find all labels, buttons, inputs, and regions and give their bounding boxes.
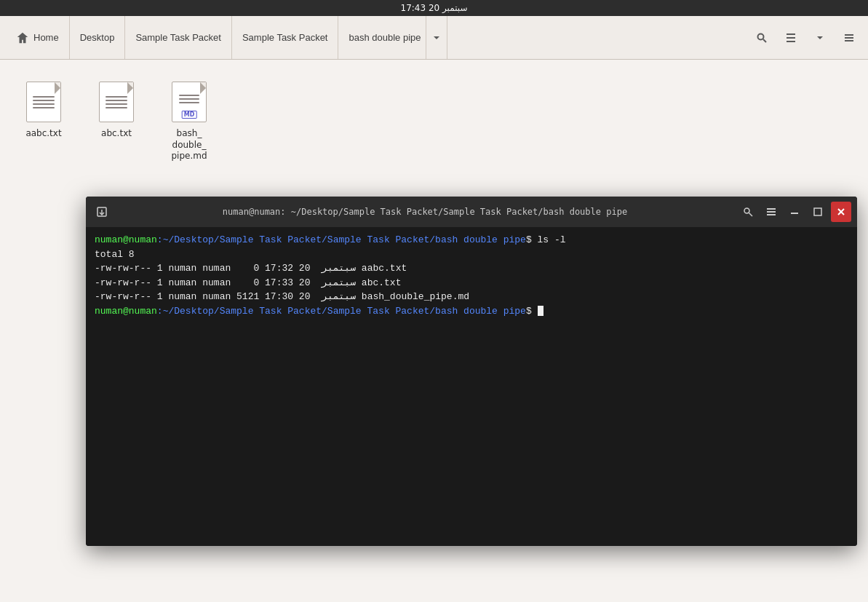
hamburger-icon [843,32,855,44]
terminal-maximize-button[interactable] [808,202,828,222]
view-options-button[interactable] [807,25,833,51]
md-file-icon: MD [172,82,207,122]
sample-task-packet-button[interactable]: Sample Task Packet [125,16,232,59]
search-icon [756,32,768,44]
terminal-path: :~/Desktop/Sample Task Packet/Sample Tas… [157,234,526,245]
file-icon-md: MD [170,80,208,124]
breadcrumb-nav: Home Desktop Sample Task Packet Sample T… [6,16,447,59]
svg-rect-16 [814,208,821,215]
file-label: bash_double_pipe.md [171,128,207,162]
file-label: aabc.txt [25,128,61,140]
home-button[interactable]: Home [6,16,70,59]
terminal-command: $ ls -l [526,234,566,245]
list-view-icon [785,32,797,44]
list-item[interactable]: abc.txt [87,74,146,168]
search-icon2 [743,207,753,217]
close-icon [837,207,845,216]
svg-rect-6 [845,37,853,39]
sample-task-packet-label: Sample Task Packet [135,32,221,43]
search-button[interactable] [749,25,775,51]
svg-rect-12 [767,208,776,210]
svg-rect-13 [767,211,776,213]
sample-task-packet2-button[interactable]: Sample Task Packet [232,16,339,59]
chevron-down-icon2 [816,33,824,42]
terminal-window: numan@numan: ~/Desktop/Sample Task Packe… [86,197,857,546]
system-bar: 17:43 20 سبتمبر [0,0,868,16]
bash-double-pipe-button[interactable]: bash double pipe [338,16,426,59]
chevron-down-icon [432,33,441,42]
menu-button[interactable] [836,25,862,51]
system-time: 17:43 20 سبتمبر [401,3,468,13]
svg-rect-15 [791,213,798,214]
list-item[interactable]: MD bash_double_pipe.md [160,74,218,168]
file-icon-aabc [25,80,63,124]
desktop-label: Desktop [80,32,115,43]
scroll-icon [96,206,108,218]
desktop-button[interactable]: Desktop [70,16,126,59]
terminal-titlebar: numan@numan: ~/Desktop/Sample Task Packe… [86,197,857,227]
svg-rect-14 [767,214,776,215]
terminal-close-button[interactable] [831,202,851,222]
file-icon-abc [97,80,135,124]
terminal-output-line2: -rw-rw-r-- 1 numan numan 0 17:32 20 سبتم… [95,261,848,276]
home-icon [16,31,29,44]
maximize-icon [813,207,823,217]
terminal-line-1: numan@numan:~/Desktop/Sample Task Packet… [95,233,848,247]
terminal-title: numan@numan: ~/Desktop/Sample Task Packe… [115,207,735,217]
svg-rect-2 [787,33,795,35]
file-label: abc.txt [101,128,132,140]
terminal-path2: :~/Desktop/Sample Task Packet/Sample Tas… [157,306,526,317]
terminal-output-line3: -rw-rw-r-- 1 numan numan 0 17:33 20 سبتم… [95,276,848,290]
hamburger-icon2 [766,207,776,217]
terminal-body[interactable]: numan@numan:~/Desktop/Sample Task Packet… [86,227,857,546]
topbar-right [749,25,862,51]
terminal-scroll-to-bottom-button[interactable] [92,202,112,222]
terminal-prompt2: numan@numan [95,306,157,317]
txt-file-icon [26,82,61,122]
home-label: Home [33,32,59,43]
svg-line-1 [763,39,766,42]
terminal-line-2: numan@numan:~/Desktop/Sample Task Packet… [95,304,848,319]
topbar: Home Desktop Sample Task Packet Sample T… [0,16,868,60]
list-item[interactable]: aabc.txt [15,74,73,168]
terminal-prompt: numan@numan [95,234,157,245]
svg-point-10 [744,208,749,213]
list-view-button[interactable] [778,25,804,51]
txt-file-icon2 [99,82,134,122]
svg-point-0 [758,33,764,39]
svg-line-11 [749,213,753,217]
terminal-minimize-button[interactable] [784,202,805,222]
svg-rect-3 [787,37,795,39]
breadcrumb-expand-button[interactable] [426,16,447,59]
sample-task-packet2-label: Sample Task Packet [242,32,328,43]
svg-rect-7 [845,40,853,41]
terminal-output-line4: -rw-rw-r-- 1 numan numan 5121 17:30 20 س… [95,290,848,304]
svg-rect-5 [845,34,853,36]
minimize-icon [789,207,800,217]
terminal-menu-button[interactable] [761,202,781,222]
terminal-output-line1: total 8 [95,247,848,262]
terminal-search-button[interactable] [738,202,758,222]
bash-double-pipe-label: bash double pipe [349,32,421,43]
svg-rect-4 [787,41,795,42]
terminal-cursor [538,306,544,316]
terminal-prompt-dollar: $ [526,306,538,317]
